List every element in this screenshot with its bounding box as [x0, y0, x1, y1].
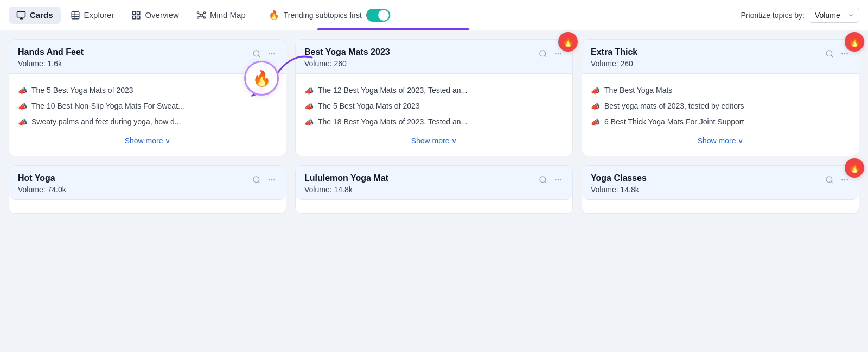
card-header-yoga-classes: Yoga Classes Volume: 14.8k [582, 166, 859, 200]
card-lululemon: Lululemon Yoga Mat Volume: 14.8k [295, 165, 573, 214]
svg-rect-8 [137, 11, 140, 14]
svg-line-19 [202, 16, 204, 17]
more-button-best-yoga-mats[interactable] [553, 48, 564, 59]
svg-point-36 [253, 177, 259, 183]
svg-line-17 [202, 13, 204, 14]
mindmap-icon [196, 10, 206, 20]
card-yoga-classes: 🔥 Yoga Classes Volume: 14.8k [582, 165, 859, 214]
svg-point-39 [271, 179, 273, 181]
list-item: 📣 The Best Yoga Mats [591, 83, 850, 98]
card-body-extra-thick: 📣 The Best Yoga Mats 📣 Best yoga mats of… [582, 74, 859, 156]
svg-point-14 [197, 17, 199, 18]
svg-line-16 [199, 13, 200, 14]
megaphone-icon: 📣 [304, 102, 314, 111]
show-more-hands-and-feet[interactable]: Show more ∨ [18, 130, 277, 147]
svg-line-22 [258, 55, 260, 57]
more-button-extra-thick[interactable] [839, 48, 850, 59]
tab-cards[interactable]: Cards [9, 7, 61, 24]
svg-rect-3 [72, 11, 79, 19]
megaphone-icon: 📣 [304, 118, 314, 127]
svg-point-12 [197, 12, 199, 14]
svg-point-26 [540, 51, 546, 56]
svg-point-30 [560, 53, 561, 55]
megaphone-icon: 📣 [18, 86, 27, 95]
svg-point-28 [555, 53, 557, 55]
more-button-lululemon[interactable] [553, 174, 564, 185]
tab-explorer[interactable]: Explorer [63, 7, 122, 24]
card-body-hands-and-feet: 📣 The 5 Best Yoga Mats of 2023 📣 The 10 … [9, 74, 286, 156]
card-title-extra-thick: Extra Thick [591, 47, 824, 57]
prioritize-label: Prioritize topics by: [741, 11, 805, 20]
svg-point-35 [846, 53, 848, 55]
svg-point-15 [203, 17, 205, 18]
trending-toggle[interactable] [366, 9, 390, 22]
search-button-hands-and-feet[interactable] [251, 48, 262, 59]
svg-point-29 [558, 53, 559, 55]
list-item: 📣 The 5 Best Yoga Mats of 2023 [18, 83, 277, 98]
megaphone-icon: 📣 [304, 86, 314, 95]
cards-grid: Hands And Feet Volume: 1.6k [9, 39, 859, 214]
svg-point-34 [844, 53, 846, 55]
card-body-best-yoga-mats: 📣 The 12 Best Yoga Mats of 2023, Tested … [296, 74, 572, 156]
svg-point-25 [273, 53, 275, 55]
card-title-best-yoga-mats: Best Yoga Mats 2023 [304, 47, 538, 57]
flame-circle-annotation: 🔥 [244, 61, 279, 96]
card-hot-yoga: Hot Yoga Volume: 74.0k [9, 165, 286, 214]
more-button-hot-yoga[interactable] [266, 174, 277, 185]
svg-line-37 [258, 181, 260, 183]
flame-badge-yoga-classes: 🔥 [845, 158, 864, 178]
prioritize-select[interactable]: Volume Trend Difficulty [809, 8, 859, 23]
card-volume-lululemon: Volume: 14.8k [304, 185, 538, 194]
show-more-best-yoga-mats[interactable]: Show more ∨ [304, 130, 564, 147]
svg-point-46 [826, 177, 832, 183]
top-navigation: Cards Explorer Overview [0, 0, 868, 30]
list-item: 📣 Best yoga mats of 2023, tested by edit… [591, 98, 850, 114]
svg-rect-0 [17, 11, 25, 17]
search-button-lululemon[interactable] [538, 174, 548, 185]
show-more-extra-thick[interactable]: Show more ∨ [591, 130, 850, 147]
megaphone-icon: 📣 [591, 118, 600, 127]
card-best-yoga-mats: 🔥 Best Yoga Mats 2023 Volume: 260 [295, 39, 573, 156]
svg-line-32 [831, 55, 833, 57]
megaphone-icon: 📣 [591, 86, 600, 95]
trending-label: Trending subtopics first [284, 11, 362, 20]
svg-point-45 [560, 179, 561, 181]
svg-point-31 [826, 51, 832, 56]
main-content: 🔥 Hands And Feet Volume: 1.6k [0, 30, 868, 223]
prioritize-section: Prioritize topics by: Volume Trend Diffi… [741, 8, 859, 23]
card-header-extra-thick: Extra Thick Volume: 260 [582, 40, 859, 74]
card-volume-best-yoga-mats: Volume: 260 [304, 59, 538, 68]
svg-rect-10 [133, 16, 136, 18]
card-title-yoga-classes: Yoga Classes [591, 173, 824, 183]
svg-rect-7 [133, 11, 136, 14]
more-button-hands-and-feet[interactable] [266, 48, 277, 59]
svg-point-33 [841, 53, 843, 55]
list-item: 📣 The 18 Best Yoga Mats of 2023, Tested … [304, 114, 564, 130]
more-button-yoga-classes[interactable] [839, 174, 850, 185]
svg-point-44 [558, 179, 559, 181]
megaphone-icon: 📣 [591, 102, 600, 111]
svg-point-50 [846, 179, 848, 181]
search-button-extra-thick[interactable] [824, 48, 835, 59]
search-button-best-yoga-mats[interactable] [538, 48, 548, 59]
svg-point-40 [273, 179, 275, 181]
card-header-best-yoga-mats: Best Yoga Mats 2023 Volume: 260 [296, 40, 572, 74]
svg-point-48 [841, 179, 843, 181]
card-title-lululemon: Lululemon Yoga Mat [304, 173, 538, 183]
flame-badge-extra-thick: 🔥 [845, 32, 864, 52]
svg-point-43 [555, 179, 557, 181]
card-header-hands-and-feet: Hands And Feet Volume: 1.6k [9, 40, 286, 74]
list-item: 📣 6 Best Thick Yoga Mats For Joint Suppo… [591, 114, 850, 130]
svg-point-38 [269, 179, 270, 181]
svg-point-41 [540, 177, 546, 183]
search-button-hot-yoga[interactable] [251, 174, 262, 185]
svg-rect-9 [137, 16, 140, 18]
megaphone-icon: 📣 [18, 118, 27, 127]
trending-section: 🔥 Trending subtopics first [269, 9, 390, 22]
tab-overview[interactable]: Overview [124, 7, 187, 24]
search-button-yoga-classes[interactable] [824, 174, 835, 185]
card-volume-hot-yoga: Volume: 74.0k [18, 185, 251, 194]
tab-mindmap[interactable]: Mind Map [189, 7, 253, 24]
flame-icon-trending: 🔥 [269, 10, 279, 20]
list-item: 📣 The 12 Best Yoga Mats of 2023, Tested … [304, 83, 564, 98]
